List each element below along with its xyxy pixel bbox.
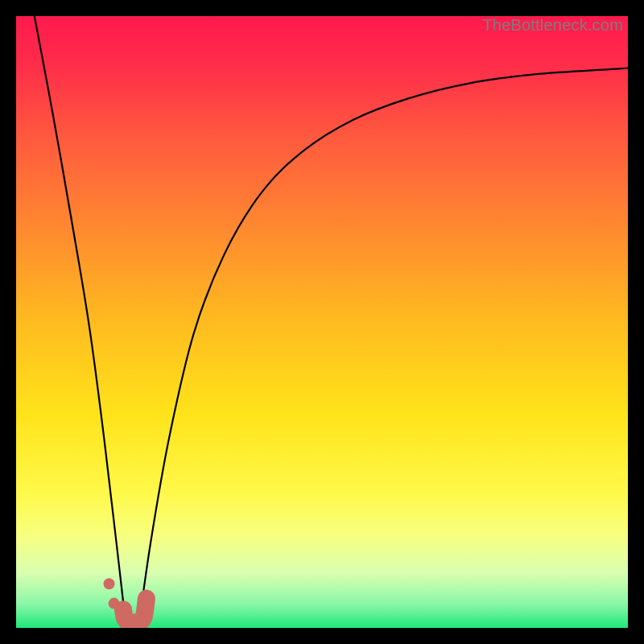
valley-dot-0 (104, 578, 115, 589)
gradient-background (16, 16, 628, 628)
bottleneck-chart (16, 16, 628, 628)
valley-dot-1 (109, 598, 120, 609)
chart-frame: TheBottleneck.com (16, 16, 628, 628)
watermark-text: TheBottleneck.com (482, 16, 623, 35)
